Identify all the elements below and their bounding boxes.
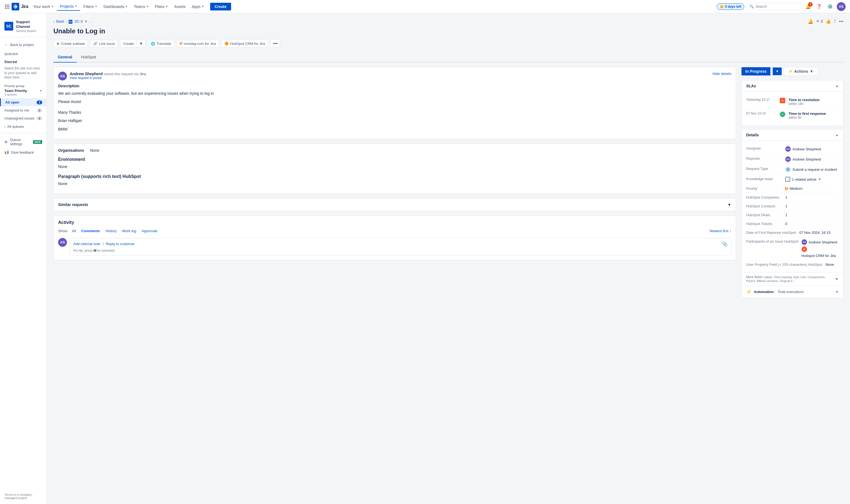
hubspot-tickets-value: 0 <box>785 222 787 226</box>
hubspot-companies-label: HubSpot Companies <box>746 195 782 199</box>
grid-icon[interactable] <box>4 4 10 10</box>
filter-worklog[interactable]: Work log <box>120 228 138 234</box>
actions-button[interactable]: ⚡ Actions ▼ <box>784 67 817 76</box>
nav-assets[interactable]: Assets <box>171 3 188 11</box>
thumbs-up-icon[interactable]: 👍 <box>826 19 831 24</box>
starred-note: Select the star icon next to your queues… <box>0 65 47 82</box>
description-text-5: BMW <box>58 126 731 132</box>
knowledge-expand-icon[interactable]: ▼ <box>818 177 821 181</box>
sidebar-project-header: SC Support Channel Service project <box>0 18 47 37</box>
app-logo: Jira <box>4 3 28 11</box>
first-response-date-label: Date of First Reponse HubSpot <box>746 231 796 235</box>
nav-plans[interactable]: Plans ▼ <box>152 3 171 11</box>
priority-value: Medium <box>785 186 802 191</box>
priority-group-header[interactable]: Team Priority ▼ <box>4 89 42 93</box>
nav-teams-chevron: ▼ <box>146 5 149 8</box>
breadcrumb-expand-icon[interactable]: ▼ <box>84 20 88 23</box>
add-internal-note-link[interactable]: Add internal note <box>73 242 100 246</box>
more-actions-button[interactable]: ••• <box>270 39 280 48</box>
days-left-badge[interactable]: 👑 5 days left <box>717 3 744 10</box>
share-icon[interactable]: ⤴ <box>834 19 836 24</box>
filter-all[interactable]: All <box>70 228 77 234</box>
status-dropdown-chevron[interactable]: ▼ <box>773 68 782 75</box>
hubspot-icon: 🔶 <box>224 41 229 46</box>
translate-button[interactable]: 🌐 Translate <box>148 40 174 47</box>
notifications-button[interactable]: 🔔 3 <box>804 2 813 11</box>
filter-history[interactable]: History <box>104 228 118 234</box>
sort-icon: ↕ <box>730 229 731 233</box>
sidebar-item-unassigned[interactable]: Unassigned issues 0 <box>0 114 47 122</box>
sort-button[interactable]: Newest first ↕ <box>710 229 731 233</box>
monday-button[interactable]: M monday.com for Jira <box>177 40 219 47</box>
sidebar-item-assigned-to-me[interactable]: Assigned to me 3 <box>0 106 47 114</box>
create-dropdown-button[interactable]: Create <box>120 40 137 47</box>
view-portal-link[interactable]: View request in portal <box>70 76 146 80</box>
hide-details-link[interactable]: Hide details <box>712 72 731 76</box>
back-to-project-button[interactable]: ← Back to project <box>0 40 47 49</box>
first-response-date-value: 07 Nov 2024, 16:15 <box>799 231 830 235</box>
give-feedback-button[interactable]: 📢 Give feedback <box>0 148 47 157</box>
create-subtask-button[interactable]: ⊕ Create subtask <box>53 40 88 47</box>
comment-box: AS Add internal note / Reply to customer… <box>58 238 731 256</box>
ticket-id[interactable]: SC SC-3 <box>69 19 83 24</box>
filter-approvals[interactable]: Approvals <box>140 228 159 234</box>
more-fields-row[interactable]: More fields Labels, Time tracking, Epic … <box>742 272 843 286</box>
nav-filters[interactable]: Filters ▼ <box>81 3 100 11</box>
participants-label: Participants of an issue HubSpot <box>746 239 798 244</box>
lightning-icon: ⚡ <box>788 69 793 74</box>
create-button[interactable]: Create <box>210 3 231 11</box>
details-panel-header[interactable]: Details ▲ <box>742 129 843 141</box>
queue-settings-button[interactable]: ⚙ Queue settings NEW <box>0 136 47 148</box>
nav-menu: Your work ▼ Projects ▼ Filters ▼ Dashboa… <box>30 2 207 11</box>
priority-group: Priority group Team Priority ▼ 3 queues <box>0 82 47 98</box>
breadcrumb-more-icon[interactable]: … <box>89 20 93 23</box>
participants-value: AS Andrew Shepherd H Hubspot CRM for Jir… <box>801 239 839 258</box>
nav-apps[interactable]: Apps ▼ <box>189 3 207 11</box>
create-dropdown-arrow[interactable]: ▼ <box>137 40 145 47</box>
reporter-avatar: AS <box>785 157 791 162</box>
search-box[interactable]: 🔍 Search <box>746 3 801 10</box>
chevron-icon: › <box>4 125 5 129</box>
sla-panel-header[interactable]: SLAs ▲ <box>742 80 843 92</box>
notify-icon[interactable]: 🔔 <box>808 19 813 24</box>
help-button[interactable]: ❓ <box>815 2 824 11</box>
sla-item-first-response: 07 Nov 16:15 ✓ Time to first response wi… <box>746 109 839 122</box>
more-options-icon[interactable]: ••• <box>839 19 844 24</box>
filter-comments[interactable]: Comments <box>80 228 102 234</box>
comment-avatar: AS <box>58 238 67 247</box>
tab-general[interactable]: General <box>53 52 76 62</box>
similar-requests-chevron: ▼ <box>727 202 731 207</box>
issue-title: Unable to Log in <box>53 27 844 35</box>
attachment-icon[interactable]: 📎 <box>722 241 728 247</box>
nav-plans-chevron: ▼ <box>165 5 168 8</box>
status-button[interactable]: In Progress <box>741 67 771 75</box>
actions-chevron-icon: ▼ <box>810 69 813 74</box>
user-avatar[interactable]: AS <box>837 2 846 11</box>
tab-hubspot[interactable]: HubSpot <box>76 52 100 62</box>
nav-teams[interactable]: Teams ▼ <box>131 3 151 11</box>
priority-lines <box>785 187 788 190</box>
similar-requests-header[interactable]: Similar requests ▼ <box>54 199 736 211</box>
details-panel: Details ▲ Assignee AS Andrew Shepherd <box>741 129 844 298</box>
assignee-value: AS Andrew Shepherd <box>785 146 821 152</box>
watch-button[interactable]: 👁 2 <box>816 19 823 23</box>
automation-chevron-icon[interactable]: ▼ <box>835 290 839 294</box>
tabs: General HubSpot <box>53 52 844 62</box>
all-queues-link[interactable]: › All queues <box>0 122 47 131</box>
paragraph-heading: Paragraph (supports rich text) HubSpot <box>58 174 731 179</box>
nav-dashboards[interactable]: Dashboards ▼ <box>101 3 130 11</box>
reply-to-customer-link[interactable]: Reply to customer <box>106 242 135 246</box>
priority-bar-1 <box>785 187 786 190</box>
settings-button[interactable]: ⚙️ <box>826 2 835 11</box>
comment-input-actions: Add internal note / Reply to customer 📎 <box>73 241 728 247</box>
nav-apps-chevron: ▼ <box>201 5 204 8</box>
back-link[interactable]: Back <box>56 19 64 23</box>
activity-filter-bar: Show: All Comments History Work log Appr… <box>58 228 731 234</box>
participant-1-name: Andrew Shepherd <box>809 240 837 244</box>
link-issue-button[interactable]: 🔗 Link issue <box>90 40 118 47</box>
hubspot-button[interactable]: 🔶 HubSpot CRM for Jira <box>221 40 268 47</box>
sla-label-resolution: Time to resolution <box>789 98 819 102</box>
nav-your-work[interactable]: Your work ▼ <box>30 3 56 11</box>
sidebar-item-all-open[interactable]: All open 3 <box>0 98 47 106</box>
nav-projects[interactable]: Projects ▼ <box>57 2 80 11</box>
